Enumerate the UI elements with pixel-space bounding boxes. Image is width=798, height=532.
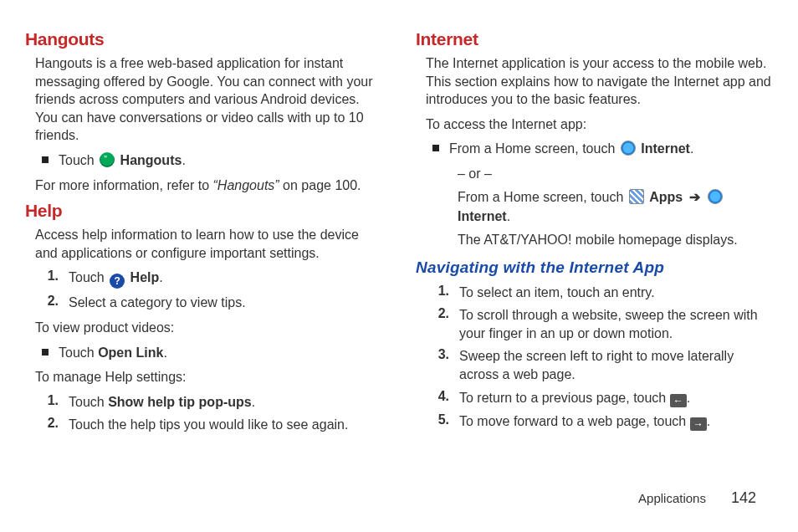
hangouts-bullets: Touch Hangouts.: [25, 151, 382, 170]
step-text: To select an item, touch an entry.: [459, 284, 773, 302]
text-suffix: .: [507, 209, 510, 223]
ref-suffix: on page 100.: [279, 178, 361, 192]
num-marker: 1.: [42, 393, 59, 408]
bullet-marker: [42, 156, 49, 163]
text-prefix: To move forward to a web page, touch: [459, 414, 690, 428]
apps-label: Apps: [649, 190, 683, 204]
nav-step-4: 4. To return to a previous page, touch ←…: [416, 389, 773, 407]
help-description: Access help information to learn how to …: [25, 226, 382, 262]
internet-bullets: From a Home screen, touch Internet.: [416, 140, 773, 158]
hangouts-icon: [100, 152, 115, 167]
num-marker: 5.: [432, 412, 449, 427]
text-suffix: .: [252, 395, 255, 409]
left-column: Hangouts Hangouts is a free web-based ap…: [25, 29, 382, 441]
back-icon: ←: [670, 394, 687, 407]
text-prefix: Touch: [59, 345, 98, 360]
heading-navigating: Navigating with the Internet App: [416, 258, 773, 277]
heading-internet: Internet: [416, 29, 773, 49]
footer-page-number: 142: [731, 489, 756, 507]
internet-label: Internet: [458, 209, 507, 223]
help-settings-step-1: 1. Touch Show help tip pop-ups.: [25, 393, 382, 412]
text-prefix: To return to a previous page, touch: [459, 391, 670, 405]
step-text: Touch the help tips you would like to se…: [69, 416, 382, 434]
bullet-marker: [42, 349, 49, 356]
help-settings-para: To manage Help settings:: [25, 368, 382, 386]
num-marker: 1.: [432, 284, 449, 299]
help-step-2: 2. Select a category to view tips.: [25, 294, 382, 312]
heading-hangouts: Hangouts: [25, 29, 382, 49]
step-text: Touch Show help tip pop-ups.: [69, 393, 382, 412]
num-marker: 1.: [42, 269, 59, 284]
text-suffix: .: [690, 141, 693, 156]
hangouts-description: Hangouts is a free web-based application…: [25, 54, 382, 145]
help-steps: 1. Touch ? Help. 2. Select a category to…: [25, 269, 382, 312]
num-marker: 2.: [432, 306, 449, 321]
bullet-text: Touch Open Link.: [59, 344, 382, 362]
nav-step-5: 5. To move forward to a web page, touch …: [416, 412, 773, 431]
apps-icon: [629, 189, 644, 204]
help-videos-para: To view product videos:: [25, 319, 382, 337]
help-icon: ?: [110, 274, 125, 289]
hangouts-reference: For more information, refer to “Hangouts…: [25, 176, 382, 195]
content-columns: Hangouts Hangouts is a free web-based ap…: [25, 29, 773, 441]
globe-icon: [621, 141, 636, 156]
nav-step-3: 3. Sweep the screen left to right to mov…: [416, 347, 773, 383]
internet-alt-path: From a Home screen, touch Apps ➔ Interne…: [416, 188, 773, 226]
bullet-marker: [432, 145, 439, 151]
text-prefix: From a Home screen, touch: [449, 141, 619, 156]
text-bold: Hangouts: [120, 153, 182, 167]
internet-access-para: To access the Internet app:: [416, 115, 773, 134]
internet-homepage: The AT&T/YAHOO! mobile homepage displays…: [416, 231, 773, 249]
step-text: Touch ? Help.: [69, 269, 382, 289]
step-text: To return to a previous page, touch ←.: [459, 389, 773, 407]
hangouts-bullet-1: Touch Hangouts.: [25, 151, 382, 170]
text-prefix: Touch: [69, 270, 108, 284]
arrow-icon: ➔: [689, 188, 700, 207]
text-suffix: .: [159, 270, 162, 284]
help-videos-bullet: Touch Open Link.: [25, 344, 382, 362]
text-suffix: .: [182, 153, 185, 167]
text-bold: Help: [130, 270, 160, 284]
text-suffix: .: [687, 391, 690, 405]
help-videos-bullets: Touch Open Link.: [25, 344, 382, 362]
text-prefix: Touch: [69, 395, 108, 409]
step-text: Sweep the screen left to right to move l…: [459, 347, 773, 383]
forward-icon: →: [690, 417, 707, 431]
step-text: Select a category to view tips.: [69, 294, 382, 312]
text-bold: Internet: [641, 141, 690, 156]
ref-prefix: For more information, refer to: [35, 178, 213, 192]
text-prefix: From a Home screen, touch: [458, 190, 627, 204]
internet-description: The Internet application is your access …: [416, 54, 773, 109]
ref-italic: “Hangouts”: [213, 178, 279, 192]
text-bold: Open Link: [98, 345, 163, 360]
bullet-text: Touch Hangouts.: [59, 151, 382, 170]
num-marker: 3.: [432, 347, 449, 362]
nav-step-1: 1. To select an item, touch an entry.: [416, 284, 773, 302]
right-column: Internet The Internet application is you…: [416, 29, 773, 441]
help-settings-steps: 1. Touch Show help tip pop-ups. 2. Touch…: [25, 393, 382, 434]
text-suffix: .: [707, 414, 710, 428]
nav-steps: 1. To select an item, touch an entry. 2.…: [416, 284, 773, 431]
nav-step-2: 2. To scroll through a website, sweep th…: [416, 306, 773, 342]
heading-help: Help: [25, 201, 382, 221]
help-step-1: 1. Touch ? Help.: [25, 269, 382, 289]
num-marker: 2.: [42, 294, 59, 309]
text-suffix: .: [163, 345, 166, 360]
page-footer: Applications 142: [638, 489, 756, 507]
internet-or: – or –: [416, 165, 773, 183]
num-marker: 2.: [42, 416, 59, 431]
text-bold: Show help tip pop-ups: [108, 395, 252, 409]
step-text: To move forward to a web page, touch →.: [459, 412, 773, 431]
globe-icon: [708, 189, 723, 204]
num-marker: 4.: [432, 389, 449, 404]
footer-section: Applications: [638, 491, 706, 505]
step-text: To scroll through a website, sweep the s…: [459, 306, 773, 342]
bullet-text: From a Home screen, touch Internet.: [449, 140, 773, 158]
help-settings-step-2: 2. Touch the help tips you would like to…: [25, 416, 382, 434]
internet-bullet-1: From a Home screen, touch Internet.: [416, 140, 773, 158]
text-prefix: Touch: [59, 153, 98, 167]
